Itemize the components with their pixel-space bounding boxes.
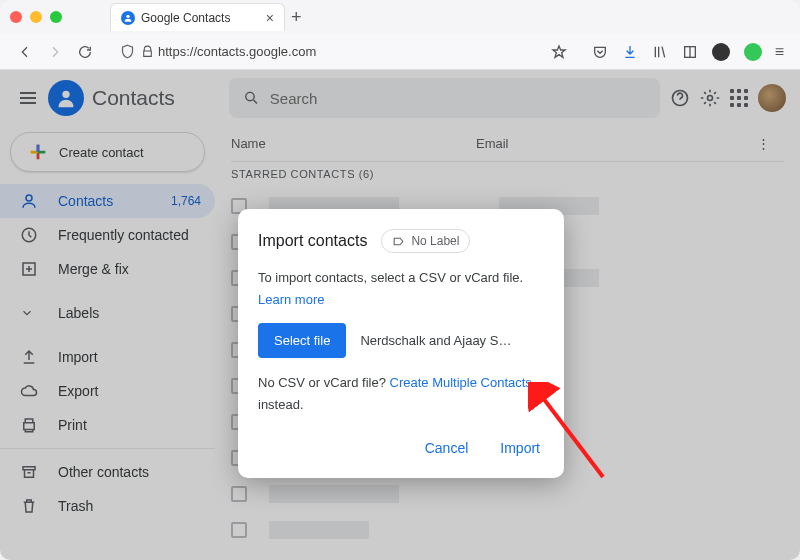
nav-list: Contacts 1,764 Frequently contacted Merg… xyxy=(0,182,215,523)
learn-more-link[interactable]: Learn more xyxy=(258,292,324,307)
dialog-desc: To import contacts, select a CSV or vCar… xyxy=(258,267,544,311)
nav-label: Export xyxy=(58,383,98,399)
shield-icon xyxy=(120,44,135,59)
select-file-button[interactable]: Select file xyxy=(258,323,346,358)
browser-toolbar: https://contacts.google.com ≡ xyxy=(0,34,800,70)
tab-title: Google Contacts xyxy=(141,11,266,25)
chevron-down-icon xyxy=(20,306,40,320)
create-contact-label: Create contact xyxy=(59,145,144,160)
col-name: Name xyxy=(231,136,476,151)
nav-label: Frequently contacted xyxy=(58,227,189,243)
app-header: Contacts xyxy=(0,70,215,126)
nav-label: Merge & fix xyxy=(58,261,129,277)
svg-point-0 xyxy=(126,14,129,17)
settings-icon[interactable] xyxy=(700,88,720,108)
window-close-button[interactable] xyxy=(10,11,22,23)
label-icon xyxy=(392,235,405,248)
browser-tab[interactable]: Google Contacts × xyxy=(110,3,285,31)
trash-icon xyxy=(20,497,40,515)
user-avatar[interactable] xyxy=(758,84,786,112)
sidebar-item-trash[interactable]: Trash xyxy=(0,489,215,523)
merge-icon xyxy=(20,260,40,278)
history-icon xyxy=(20,226,40,244)
topbar xyxy=(215,70,800,126)
table-row[interactable] xyxy=(215,476,800,512)
table-row[interactable] xyxy=(215,512,800,548)
hamburger-icon[interactable] xyxy=(16,86,40,110)
dialog-alt: No CSV or vCard file? Create Multiple Co… xyxy=(258,372,544,416)
app-title: Contacts xyxy=(92,86,175,110)
svg-point-2 xyxy=(62,91,69,98)
print-icon xyxy=(20,416,40,434)
section-starred: STARRED CONTACTS (6) xyxy=(215,162,800,188)
url-text: https://contacts.google.com xyxy=(158,44,316,59)
table-header: Name Email ⋮ xyxy=(215,126,800,161)
create-multiple-link[interactable]: Create Multiple Contacts xyxy=(390,375,532,390)
pocket-icon[interactable] xyxy=(592,44,608,60)
search-icon xyxy=(243,89,260,107)
nav-label: Labels xyxy=(58,305,99,321)
back-icon[interactable] xyxy=(17,44,33,60)
nav-label: Contacts xyxy=(58,193,113,209)
apps-icon[interactable] xyxy=(730,89,748,107)
plus-icon xyxy=(27,141,49,163)
cloud-icon xyxy=(20,382,40,400)
label-chip[interactable]: No Label xyxy=(381,229,470,253)
sidebar-item-print[interactable]: Print xyxy=(0,408,215,442)
download-icon[interactable] xyxy=(622,44,638,60)
dialog-title: Import contacts xyxy=(258,232,367,250)
nav-label: Import xyxy=(58,349,98,365)
address-bar[interactable]: https://contacts.google.com xyxy=(112,38,575,66)
sidebar-item-merge[interactable]: Merge & fix xyxy=(0,252,215,286)
lock-icon xyxy=(141,45,154,58)
sidebar-item-frequent[interactable]: Frequently contacted xyxy=(0,218,215,252)
sidebar: Contacts Create contact Contacts 1,764 F… xyxy=(0,70,215,560)
svg-point-3 xyxy=(26,195,32,201)
nav-label: Print xyxy=(58,417,87,433)
sidebar-item-labels[interactable]: Labels xyxy=(0,296,215,330)
browser-menu-icon[interactable]: ≡ xyxy=(775,43,784,61)
create-contact-button[interactable]: Create contact xyxy=(10,132,205,172)
window-maximize-button[interactable] xyxy=(50,11,62,23)
star-icon[interactable] xyxy=(551,44,567,60)
nav-count: 1,764 xyxy=(171,194,201,208)
search-box[interactable] xyxy=(229,78,660,118)
svg-point-9 xyxy=(708,96,713,101)
row-checkbox[interactable] xyxy=(231,522,247,538)
tab-close-icon[interactable]: × xyxy=(266,10,274,26)
reader-icon[interactable] xyxy=(682,44,698,60)
nav-label: Trash xyxy=(58,498,93,514)
extension-icon-1[interactable] xyxy=(712,43,730,61)
window-minimize-button[interactable] xyxy=(30,11,42,23)
col-email: Email xyxy=(476,136,757,151)
archive-icon xyxy=(20,463,40,481)
sidebar-item-import[interactable]: Import xyxy=(0,340,215,374)
window-titlebar: Google Contacts × + xyxy=(0,0,800,34)
extension-icon-2[interactable] xyxy=(744,43,762,61)
row-checkbox[interactable] xyxy=(231,486,247,502)
sidebar-item-export[interactable]: Export xyxy=(0,374,215,408)
new-tab-button[interactable]: + xyxy=(291,7,302,28)
svg-rect-6 xyxy=(23,467,35,470)
more-icon[interactable]: ⋮ xyxy=(757,136,770,151)
import-dialog: Import contacts No Label To import conta… xyxy=(238,209,564,478)
reload-icon[interactable] xyxy=(77,44,93,60)
import-button[interactable]: Import xyxy=(496,434,544,462)
search-input[interactable] xyxy=(270,90,646,107)
cancel-button[interactable]: Cancel xyxy=(421,434,473,462)
selected-filename: Nerdschalk and Ajaay Srini… xyxy=(360,330,515,352)
help-icon[interactable] xyxy=(670,88,690,108)
label-chip-text: No Label xyxy=(411,234,459,248)
sidebar-item-contacts[interactable]: Contacts 1,764 xyxy=(0,184,215,218)
person-icon xyxy=(20,192,40,210)
nav-label: Other contacts xyxy=(58,464,149,480)
sidebar-item-other[interactable]: Other contacts xyxy=(0,455,215,489)
library-icon[interactable] xyxy=(652,44,668,60)
app-logo-icon xyxy=(48,80,84,116)
forward-icon xyxy=(47,44,63,60)
svg-point-7 xyxy=(246,92,254,100)
upload-icon xyxy=(20,348,40,366)
tab-favicon-icon xyxy=(121,11,135,25)
